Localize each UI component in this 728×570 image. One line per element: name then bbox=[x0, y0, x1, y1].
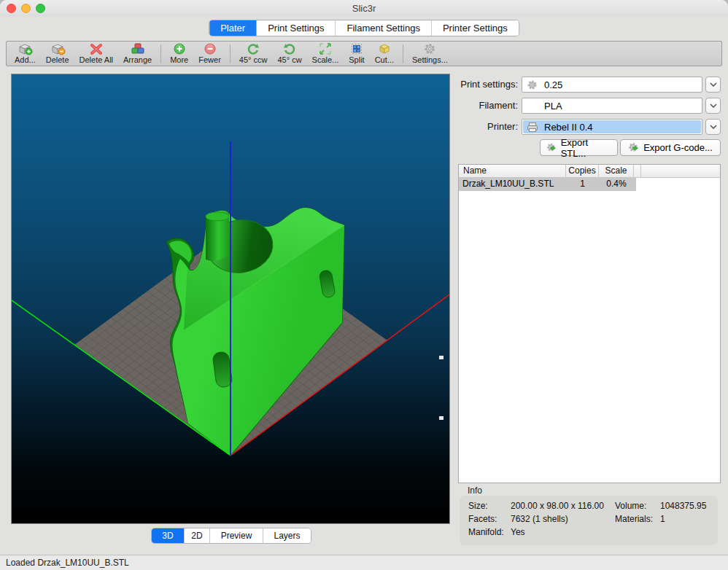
gear-icon bbox=[527, 79, 538, 93]
rotate-ccw-label: 45° ccw bbox=[239, 55, 268, 65]
column-header-spacer bbox=[634, 165, 641, 177]
toolbar-separator bbox=[230, 44, 231, 63]
delete-label: Delete bbox=[46, 55, 69, 65]
filament-combo[interactable]: PLA bbox=[522, 98, 702, 114]
scale-label: Scale... bbox=[312, 55, 339, 65]
print-settings-dropdown-button[interactable] bbox=[705, 77, 721, 93]
delete-all-label: Delete All bbox=[80, 55, 113, 65]
app-window: Slic3r Plater Print Settings Filament Se… bbox=[0, 0, 728, 570]
printer-combo[interactable]: Rebel II 0.4 bbox=[522, 119, 702, 135]
print-settings-combo[interactable]: 0.25 bbox=[522, 77, 702, 93]
toolbar: Add... Delete Delete All bbox=[6, 41, 722, 66]
export-stl-button[interactable]: Export STL... bbox=[540, 139, 618, 156]
arrange-label: Arrange bbox=[123, 55, 152, 65]
cell-name: Drzak_LM10UU_B.STL bbox=[459, 178, 566, 191]
object-list: Name Copies Scale Drzak_LM10UU_B.STL 1 0… bbox=[458, 164, 721, 483]
printer-icon bbox=[527, 122, 538, 136]
cut-icon bbox=[377, 42, 392, 55]
export-gear-icon bbox=[628, 142, 640, 153]
delete-all-icon bbox=[89, 42, 104, 55]
tab-print-settings[interactable]: Print Settings bbox=[257, 20, 336, 36]
fewer-button[interactable]: Fewer bbox=[193, 42, 226, 66]
filament-label: Filament: bbox=[458, 100, 518, 111]
toolbar-separator bbox=[160, 44, 161, 63]
status-bar: Loaded Drzak_LM10UU_B.STL bbox=[0, 555, 728, 570]
size-label: Size: bbox=[468, 501, 511, 511]
size-value: 200.00 x 98.00 x 116.00 bbox=[511, 501, 615, 511]
column-header-name[interactable]: Name bbox=[459, 165, 566, 177]
chevron-down-icon bbox=[710, 104, 717, 108]
add-button[interactable]: Add... bbox=[9, 42, 41, 66]
volume-label: Volume: bbox=[615, 501, 660, 511]
cut-button[interactable]: Cut... bbox=[370, 42, 399, 66]
more-button[interactable]: More bbox=[165, 42, 193, 66]
tab-layers[interactable]: Layers bbox=[263, 528, 311, 543]
rotate-cw-button[interactable]: 45° cw bbox=[272, 42, 306, 66]
settings-panel: Print settings: 0.25 Filament: PLA bbox=[458, 74, 721, 551]
export-gcode-label: Export G-code... bbox=[643, 142, 713, 153]
cut-label: Cut... bbox=[375, 55, 394, 65]
tab-preview[interactable]: Preview bbox=[210, 528, 263, 543]
scale-button[interactable]: Scale... bbox=[307, 42, 344, 66]
info-box: Size: 200.00 x 98.00 x 116.00 Volume: 10… bbox=[460, 496, 718, 545]
tab-filament-settings[interactable]: Filament Settings bbox=[336, 20, 431, 36]
tab-3d[interactable]: 3D bbox=[152, 528, 185, 543]
add-box-icon bbox=[16, 42, 34, 55]
fewer-label: Fewer bbox=[198, 55, 221, 65]
settings-label: Settings... bbox=[412, 55, 448, 65]
object-list-header: Name Copies Scale bbox=[459, 165, 720, 178]
status-message: Loaded Drzak_LM10UU_B.STL bbox=[6, 558, 129, 568]
rotate-ccw-button[interactable]: 45° ccw bbox=[234, 42, 273, 66]
tab-2d[interactable]: 2D bbox=[185, 528, 210, 543]
settings-gear-icon bbox=[423, 42, 436, 55]
printer-value: Rebel II 0.4 bbox=[544, 122, 593, 133]
window-title: Slic3r bbox=[0, 3, 728, 14]
split-button[interactable]: Split bbox=[344, 42, 369, 66]
printer-label: Printer: bbox=[458, 121, 518, 132]
arrange-icon bbox=[130, 42, 146, 55]
view-tab-bar: 3D 2D Preview Layers bbox=[151, 528, 311, 544]
3d-canvas bbox=[12, 74, 449, 523]
title-bar: Slic3r bbox=[0, 0, 728, 17]
scale-icon bbox=[319, 42, 332, 55]
toolbar-separator bbox=[403, 44, 403, 63]
settings-button[interactable]: Settings... bbox=[407, 42, 453, 66]
export-gcode-button[interactable]: Export G-code... bbox=[620, 139, 721, 156]
more-icon bbox=[173, 42, 186, 55]
fewer-icon bbox=[204, 42, 217, 55]
materials-label: Materials: bbox=[615, 514, 660, 524]
viewport-tick-mark bbox=[439, 356, 444, 359]
delete-all-button[interactable]: Delete All bbox=[74, 42, 118, 66]
chevron-down-icon bbox=[710, 82, 717, 87]
chevron-down-icon bbox=[710, 125, 717, 129]
materials-value: 1 bbox=[660, 514, 718, 524]
export-gear-icon bbox=[546, 142, 557, 153]
tab-plater[interactable]: Plater bbox=[209, 20, 257, 36]
column-header-copies[interactable]: Copies bbox=[566, 165, 599, 177]
split-label: Split bbox=[349, 55, 364, 65]
rotate-cw-label: 45° cw bbox=[277, 55, 301, 65]
column-header-scale[interactable]: Scale bbox=[599, 165, 634, 177]
arrange-button[interactable]: Arrange bbox=[118, 42, 157, 66]
rotate-cw-icon bbox=[283, 42, 296, 55]
split-icon bbox=[350, 42, 363, 55]
table-row[interactable]: Drzak_LM10UU_B.STL 1 0.4% bbox=[459, 178, 636, 191]
info-section-title: Info bbox=[468, 485, 482, 496]
delete-button[interactable]: Delete bbox=[41, 42, 74, 66]
print-settings-value: 0.25 bbox=[544, 79, 562, 90]
manifold-value: Yes bbox=[511, 527, 615, 537]
volume-value: 1048375.95 bbox=[660, 501, 718, 511]
3d-viewport[interactable] bbox=[11, 74, 450, 524]
facets-label: Facets: bbox=[468, 514, 511, 524]
main-tab-bar: Plater Print Settings Filament Settings … bbox=[209, 20, 519, 36]
filament-dropdown-button[interactable] bbox=[705, 98, 721, 114]
filament-value: PLA bbox=[544, 101, 562, 112]
facets-value: 7632 (1 shells) bbox=[511, 514, 615, 524]
printer-dropdown-button[interactable] bbox=[705, 119, 721, 135]
print-settings-label: Print settings: bbox=[458, 79, 518, 90]
delete-box-icon bbox=[49, 42, 66, 55]
tab-printer-settings[interactable]: Printer Settings bbox=[432, 20, 519, 36]
export-stl-label: Export STL... bbox=[561, 137, 611, 159]
cell-copies: 1 bbox=[566, 178, 599, 191]
more-label: More bbox=[170, 55, 188, 65]
